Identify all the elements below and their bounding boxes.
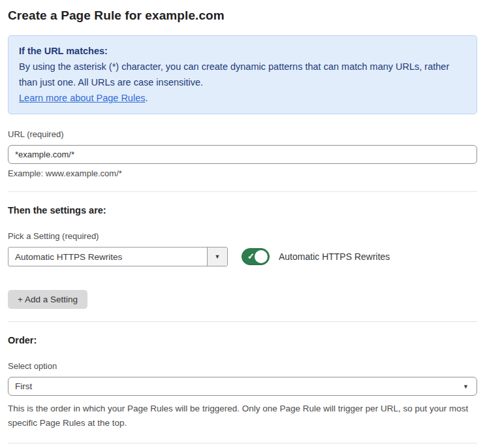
url-matches-info-box: If the URL matches: By using the asteris… [8, 35, 477, 114]
order-select-value: First [15, 381, 32, 391]
divider [8, 191, 477, 192]
divider [8, 443, 477, 443]
url-field-label: URL (required) [8, 129, 477, 140]
order-select-label: Select option [8, 361, 477, 372]
info-box-heading: If the URL matches: [19, 43, 466, 59]
url-field-helper: Example: www.example.com/* [8, 168, 477, 179]
learn-more-link[interactable]: Learn more about Page Rules [19, 93, 145, 103]
add-setting-button[interactable]: + Add a Setting [8, 290, 87, 309]
info-box-body: By using the asterisk (*) character, you… [19, 59, 466, 106]
toggle-knob [255, 250, 268, 263]
url-input[interactable] [8, 145, 477, 164]
pick-setting-label: Pick a Setting (required) [8, 231, 477, 242]
settings-section-heading: Then the settings are: [8, 204, 477, 216]
setting-toggle[interactable]: ✓ [242, 248, 270, 265]
order-select[interactable]: First ▼ [8, 377, 477, 396]
check-icon: ✓ [247, 252, 255, 261]
chevron-down-icon: ▼ [215, 253, 221, 260]
setting-dropdown[interactable]: Automatic HTTPS Rewrites ▼ [8, 247, 228, 266]
setting-row: Automatic HTTPS Rewrites ▼ ✓ Automatic H… [8, 247, 477, 266]
order-section-heading: Order: [8, 334, 477, 346]
setting-dropdown-button[interactable]: ▼ [207, 248, 227, 266]
setting-dropdown-value: Automatic HTTPS Rewrites [8, 248, 207, 266]
create-page-rule-panel: Create a Page Rule for example.com If th… [0, 0, 485, 448]
page-title: Create a Page Rule for example.com [8, 8, 477, 24]
divider [8, 321, 477, 322]
chevron-down-icon: ▼ [463, 383, 469, 390]
setting-toggle-label: Automatic HTTPS Rewrites [279, 251, 390, 262]
link-suffix: . [145, 93, 148, 103]
setting-toggle-wrap: ✓ Automatic HTTPS Rewrites [242, 248, 390, 265]
order-helper-text: This is the order in which your Page Rul… [8, 402, 477, 430]
